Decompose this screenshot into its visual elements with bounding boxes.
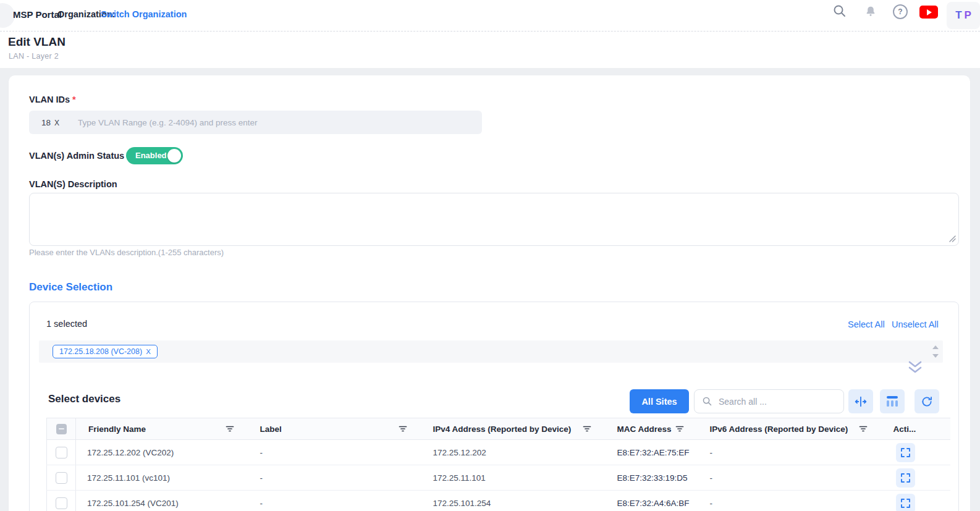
vlan-id-tag-value: 18 (41, 118, 51, 127)
expand-row-button[interactable] (896, 443, 915, 462)
breadcrumb: LAN - Layer 2 (9, 52, 59, 61)
search-icon (702, 396, 712, 407)
refresh-icon (921, 395, 933, 408)
cell-ipv6: - (698, 491, 881, 511)
help-glyph: ? (898, 7, 902, 16)
required-asterisk: * (72, 95, 76, 104)
table-row: 172.25.101.254 (VC201) - 172.25.101.254 … (47, 491, 950, 511)
selected-device-chip[interactable]: 172.25.18.208 (VC-208) X (53, 345, 158, 358)
user-avatar[interactable]: T P (947, 2, 980, 29)
header-checkbox-cell (47, 418, 76, 440)
app-title: MSP Portal (13, 9, 62, 20)
vlan-ids-label-text: VLAN IDs (29, 95, 70, 104)
youtube-play-triangle (927, 9, 932, 15)
row-checkbox[interactable] (56, 447, 67, 458)
vlan-range-input[interactable] (77, 117, 482, 128)
select-devices-title: Select devices (48, 393, 120, 405)
fit-columns-button[interactable] (848, 389, 873, 413)
vlan-ids-input[interactable]: 18X (29, 111, 482, 134)
columns-settings-button[interactable] (880, 389, 905, 413)
col-ipv4: IPv4 Address (Reported by Device) (433, 424, 572, 434)
admin-status-toggle[interactable]: Enabled (126, 147, 183, 164)
vlan-id-tag: 18X (41, 118, 59, 127)
cell-mac: E8:E7:32:AE:75:EF (605, 440, 698, 465)
devices-table: Friendly Name Label IPv4 Address (Report… (46, 418, 950, 511)
cell-mac: E8:E7:32:A4:6A:BF (605, 491, 698, 511)
filter-icon[interactable] (675, 425, 684, 433)
selected-count: 1 selected (46, 319, 87, 329)
bell-icon[interactable] (864, 4, 877, 19)
cell-ipv4: 172.25.11.101 (421, 465, 605, 491)
description-field-wrap (29, 193, 959, 246)
col-label: Label (260, 424, 282, 434)
filter-icon[interactable] (399, 425, 407, 433)
avatar-initial-p: P (965, 9, 971, 22)
vlan-tag-remove-icon[interactable]: X (54, 119, 59, 127)
youtube-icon[interactable] (919, 6, 938, 19)
resize-handle-icon[interactable] (949, 235, 956, 242)
strip-scroll-up-icon[interactable] (932, 345, 939, 349)
expand-row-button[interactable] (896, 494, 915, 511)
switch-organization-link[interactable]: Switch Organization (101, 9, 187, 19)
vlan-ids-label: VLAN IDs* (29, 95, 76, 104)
cell-mac: E8:E7:32:33:19:D5 (605, 465, 698, 491)
cell-label: - (248, 440, 421, 465)
expand-icon (901, 473, 910, 483)
table-header-row: Friendly Name Label IPv4 Address (Report… (47, 418, 950, 440)
chip-label: 172.25.18.208 (VC-208) (59, 347, 142, 356)
expand-icon (901, 499, 910, 508)
cell-friendly-name: 172.25.101.254 (VC201) (76, 491, 248, 511)
row-checkbox[interactable] (56, 472, 67, 484)
device-selection-title: Device Selection (29, 281, 112, 294)
toggle-knob (167, 149, 181, 163)
search-box[interactable] (694, 389, 844, 413)
select-all-checkbox[interactable] (56, 424, 67, 434)
top-bar: MSP Portal Organization: Switch Organiza… (0, 0, 980, 32)
expand-strip-chevron-icon[interactable] (907, 361, 923, 374)
cell-friendly-name: 172.25.12.202 (VC202) (76, 440, 248, 465)
fit-columns-icon (854, 395, 868, 408)
description-textarea[interactable] (29, 193, 959, 246)
toggle-state-label: Enabled (135, 151, 167, 160)
help-icon[interactable]: ? (893, 4, 908, 19)
cell-ipv6: - (698, 465, 881, 491)
selected-devices-strip: 172.25.18.208 (VC-208) X (39, 340, 943, 363)
columns-icon (887, 396, 898, 407)
indeterminate-dash (59, 428, 64, 429)
search-icon[interactable] (832, 4, 847, 19)
col-actions: Acti... (893, 424, 916, 434)
search-input[interactable] (717, 396, 843, 407)
description-label: VLAN(S) Description (29, 179, 117, 189)
cell-ipv6: - (698, 440, 881, 465)
cell-label: - (248, 465, 421, 491)
avatar-initial-t: T (955, 9, 961, 22)
page-title: Edit VLAN (8, 35, 65, 49)
cell-label: - (248, 491, 421, 511)
page-header (0, 32, 980, 68)
cell-friendly-name: 172.25.11.101 (vc101) (76, 465, 248, 491)
select-all-link[interactable]: Select All (848, 319, 885, 329)
all-sites-button[interactable]: All Sites (630, 389, 689, 413)
description-helper-text: Please enter the VLANs description.(1-25… (29, 248, 224, 257)
table-row: 172.25.11.101 (vc101) - 172.25.11.101 E8… (47, 465, 950, 491)
col-ipv6: IPv6 Address (Reported by Device) (710, 424, 848, 434)
table-row: 172.25.12.202 (VC202) - 172.25.12.202 E8… (47, 440, 950, 465)
col-friendly-name: Friendly Name (88, 424, 146, 434)
admin-status-label: VLAN(s) Admin Status (29, 151, 124, 161)
filter-icon[interactable] (583, 425, 591, 433)
cell-ipv4: 172.25.101.254 (421, 491, 605, 511)
chip-remove-icon[interactable]: X (146, 348, 151, 355)
filter-icon[interactable] (226, 425, 234, 433)
expand-row-button[interactable] (896, 468, 915, 488)
unselect-all-link[interactable]: Unselect All (892, 319, 939, 329)
row-checkbox[interactable] (56, 497, 67, 509)
cell-ipv4: 172.25.12.202 (421, 440, 605, 465)
col-mac: MAC Address (617, 424, 672, 434)
expand-icon (901, 448, 910, 457)
strip-scroll-down-icon[interactable] (932, 354, 939, 358)
filter-icon[interactable] (859, 425, 868, 433)
refresh-button[interactable] (915, 389, 939, 413)
